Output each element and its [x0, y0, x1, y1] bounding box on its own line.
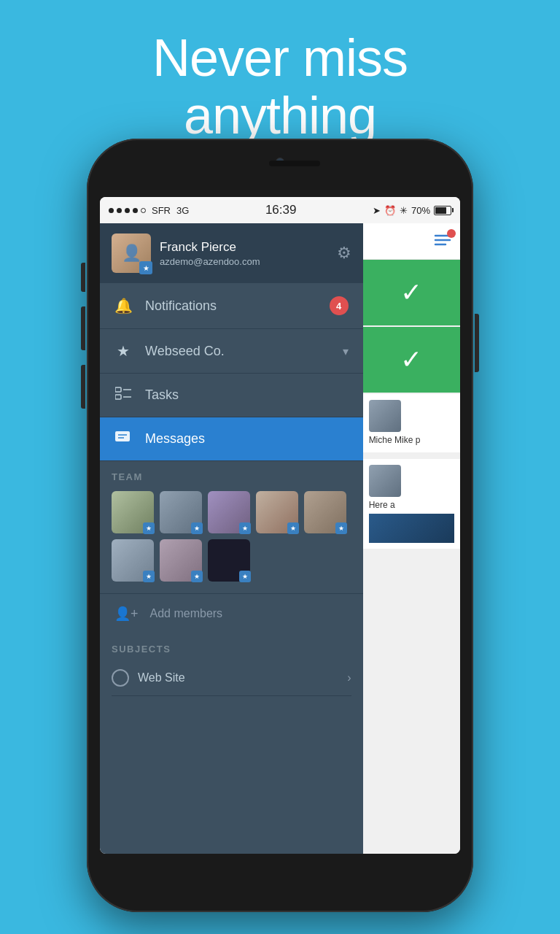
- webseed-label: Webseed Co.: [145, 344, 343, 359]
- notifications-badge: 4: [330, 296, 349, 315]
- avatar-wrap: 👤 ★: [112, 234, 151, 273]
- task-item-2[interactable]: ✓: [363, 327, 460, 393]
- list-item[interactable]: ★: [304, 491, 346, 533]
- battery-icon: [434, 206, 451, 215]
- star-icon: ★: [146, 525, 152, 532]
- menu-item-webseed[interactable]: ★ Webseed Co. ▾: [100, 329, 363, 374]
- member-badge-3: ★: [239, 522, 251, 534]
- subject-icon: [112, 669, 129, 687]
- signal-area: SFR 3G: [109, 205, 189, 216]
- svg-rect-0: [115, 387, 121, 392]
- message-preview-item-2[interactable]: Here a: [363, 459, 460, 550]
- list-item[interactable]: ★: [208, 491, 250, 533]
- task-item-1[interactable]: ✓: [363, 260, 460, 325]
- star-icon: ★: [194, 525, 200, 532]
- volume-up-button: [81, 306, 85, 350]
- checkmark-icon: ✓: [400, 277, 422, 308]
- team-grid: ★ ★ ★ ★: [112, 491, 351, 582]
- signal-dot-4: [133, 208, 138, 213]
- svg-rect-1: [115, 395, 121, 399]
- chevron-right-icon: ›: [347, 671, 351, 684]
- tasks-label: Tasks: [145, 387, 349, 403]
- carrier-label: SFR: [152, 205, 171, 216]
- sidebar: 👤 ★ Franck Pierce azdemo@azendoo.com ⚙: [100, 223, 363, 854]
- member-badge-4: ★: [287, 522, 299, 534]
- message-avatar-1: [369, 400, 401, 432]
- signal-dot-2: [117, 208, 122, 213]
- time-display: 16:39: [265, 203, 297, 217]
- alarm-icon: ⏰: [384, 205, 396, 216]
- phone-frame: SFR 3G 16:39 ➤ ⏰ ✳ 70%: [87, 139, 473, 927]
- list-item[interactable]: ★: [112, 491, 154, 533]
- list-item[interactable]: ★: [208, 539, 250, 582]
- speaker: [269, 161, 320, 166]
- user-info: 👤 ★ Franck Pierce azdemo@azendoo.com: [112, 234, 260, 273]
- list-item[interactable]: ★: [160, 539, 202, 582]
- messages-icon: [114, 431, 132, 447]
- phone-screen: SFR 3G 16:39 ➤ ⏰ ✳ 70%: [100, 197, 460, 854]
- power-button: [475, 314, 479, 372]
- menu-item-tasks[interactable]: Tasks: [100, 374, 363, 417]
- team-label: TEAM: [112, 471, 351, 482]
- volume-silent-button: [81, 263, 85, 292]
- network-label: 3G: [176, 205, 189, 216]
- member-badge-2: ★: [191, 522, 203, 534]
- right-panel-header: [363, 223, 460, 260]
- star-icon: ★: [146, 573, 152, 580]
- checkmark-icon: ✓: [400, 344, 422, 375]
- signal-dot-1: [109, 208, 114, 213]
- right-panel: ✓ ✓ Miche Mike p Here a: [363, 223, 460, 854]
- tasks-icon: [114, 387, 132, 404]
- settings-icon[interactable]: ⚙: [337, 244, 351, 263]
- avatar-star-badge: ★: [139, 261, 152, 274]
- user-name: Franck Pierce: [160, 240, 260, 255]
- list-item[interactable]: ★: [112, 539, 154, 582]
- star-icon: ★: [114, 342, 132, 360]
- member-badge-1: ★: [143, 522, 155, 534]
- notification-icon-wrap[interactable]: [434, 232, 453, 251]
- menu-item-messages[interactable]: Messages: [100, 417, 363, 461]
- add-members-label: Add members: [150, 607, 223, 620]
- list-item[interactable]: ★: [160, 491, 202, 533]
- user-header[interactable]: 👤 ★ Franck Pierce azdemo@azendoo.com ⚙: [100, 223, 363, 283]
- notification-dot: [447, 229, 456, 238]
- battery-fill: [435, 207, 446, 214]
- member-badge-6: ★: [143, 571, 155, 582]
- message-avatar-2: [369, 465, 401, 497]
- message-preview-item-1[interactable]: Miche Mike p: [363, 394, 460, 453]
- list-item[interactable]: ★: [256, 491, 298, 533]
- subjects-section: SUBJECTS Web Site ›: [100, 633, 363, 702]
- add-members-button[interactable]: 👤+ Add members: [100, 593, 363, 633]
- team-section: TEAM ★ ★ ★: [100, 461, 363, 587]
- bell-icon: 🔔: [114, 297, 132, 314]
- volume-down-button: [81, 365, 85, 409]
- menu-item-notifications[interactable]: 🔔 Notifications 4: [100, 283, 363, 329]
- notifications-label: Notifications: [145, 298, 330, 314]
- star-icon: ★: [242, 573, 248, 580]
- user-email: azdemo@azendoo.com: [160, 256, 260, 267]
- battery-percentage: 70%: [411, 205, 430, 216]
- status-right-area: ➤ ⏰ ✳ 70%: [373, 205, 451, 216]
- user-text: Franck Pierce azdemo@azendoo.com: [160, 240, 260, 267]
- star-icon: ★: [242, 525, 248, 532]
- menu-item-website[interactable]: Web Site ›: [112, 660, 351, 696]
- member-badge-8: ★: [239, 571, 251, 582]
- message-text-1: Miche Mike p: [369, 435, 454, 447]
- navigation-icon: ➤: [373, 205, 381, 216]
- star-icon: ★: [290, 525, 296, 532]
- member-badge-5: ★: [335, 522, 347, 534]
- subjects-label: SUBJECTS: [112, 644, 351, 655]
- messages-label: Messages: [145, 431, 349, 447]
- star-icon: ★: [143, 264, 149, 272]
- status-bar: SFR 3G 16:39 ➤ ⏰ ✳ 70%: [100, 197, 460, 223]
- star-icon: ★: [194, 573, 200, 580]
- svg-rect-4: [115, 431, 130, 441]
- message-text-2: Here a: [369, 500, 454, 512]
- message-image-thumbnail: [369, 514, 454, 543]
- phone-outer: SFR 3G 16:39 ➤ ⏰ ✳ 70%: [87, 139, 473, 912]
- star-icon: ★: [338, 525, 344, 532]
- chevron-down-icon: ▾: [343, 344, 349, 358]
- add-person-icon: 👤+: [114, 606, 139, 622]
- member-badge-7: ★: [191, 571, 203, 582]
- signal-dot-3: [125, 208, 130, 213]
